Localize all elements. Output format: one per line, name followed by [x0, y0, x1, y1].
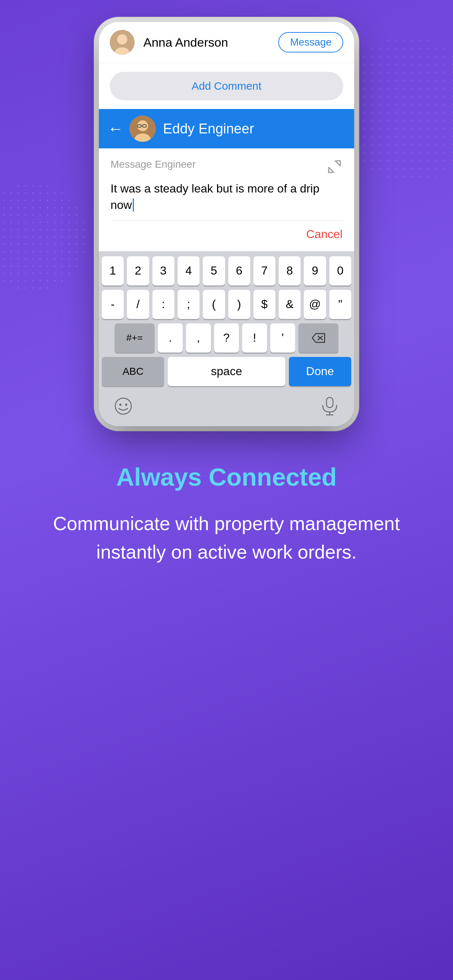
delete-key[interactable]	[298, 323, 338, 353]
key-open-paren[interactable]: (	[203, 290, 225, 319]
key-exclaim[interactable]: !	[242, 323, 267, 353]
compose-actions: Cancel	[110, 228, 343, 241]
key-semicolon[interactable]: ;	[178, 290, 199, 319]
key-6[interactable]: 6	[228, 256, 250, 285]
svg-point-14	[119, 404, 121, 406]
key-7[interactable]: 7	[254, 256, 275, 285]
key-at[interactable]: @	[304, 290, 326, 319]
engineer-name: Eddy Engineer	[163, 121, 254, 137]
keyboard-bottom-row	[102, 390, 351, 426]
cancel-button[interactable]: Cancel	[306, 228, 343, 241]
key-colon[interactable]: :	[152, 290, 174, 319]
key-ampersand[interactable]: &	[279, 290, 301, 319]
key-8[interactable]: 8	[279, 256, 301, 285]
bottom-content: Always Connected Communicate with proper…	[0, 463, 453, 566]
key-period[interactable]: .	[158, 323, 183, 353]
key-close-paren[interactable]: )	[228, 290, 250, 319]
key-apostrophe[interactable]: '	[270, 323, 295, 353]
svg-point-13	[115, 398, 131, 414]
key-9[interactable]: 9	[304, 256, 326, 285]
svg-rect-16	[327, 398, 333, 407]
key-question[interactable]: ?	[214, 323, 239, 353]
key-0[interactable]: 0	[329, 256, 351, 285]
mic-icon[interactable]	[317, 393, 343, 419]
phone-mockup: Anna Anderson Message Add Comment ←	[99, 22, 354, 426]
svg-line-9	[335, 161, 340, 166]
add-comment-row: Add Comment	[99, 63, 354, 109]
expand-icon[interactable]	[327, 159, 343, 175]
message-button[interactable]: Message	[278, 32, 343, 52]
key-quote[interactable]: "	[329, 290, 351, 319]
key-4[interactable]: 4	[178, 256, 199, 285]
contact-avatar	[110, 30, 135, 55]
phone-wrapper: Anna Anderson Message Add Comment ←	[84, 22, 369, 426]
key-dollar[interactable]: $	[254, 290, 275, 319]
compose-top: Message Engineer	[110, 159, 343, 175]
contact-row: Anna Anderson Message	[99, 22, 354, 63]
key-done[interactable]: Done	[289, 357, 351, 386]
key-slash[interactable]: /	[127, 290, 149, 319]
compose-placeholder: Message Engineer	[110, 159, 196, 170]
keyboard-row-symbols: - / : ; ( ) $ & @ "	[102, 290, 351, 319]
key-2[interactable]: 2	[127, 256, 149, 285]
screen-top: Anna Anderson Message Add Comment	[99, 22, 354, 109]
key-1[interactable]: 1	[102, 256, 124, 285]
keyboard-row-numbers: 1 2 3 4 5 6 7 8 9 0	[102, 256, 351, 285]
compose-area: Message Engineer It was a steady leak bu…	[99, 148, 354, 251]
emoji-icon[interactable]	[110, 393, 136, 419]
key-5[interactable]: 5	[203, 256, 225, 285]
description-text: Communicate with property management ins…	[29, 509, 424, 566]
text-cursor	[133, 198, 134, 212]
key-comma[interactable]: ,	[186, 323, 211, 353]
key-3[interactable]: 3	[152, 256, 174, 285]
keyboard-row-bottom: ABC space Done	[102, 357, 351, 386]
contact-name: Anna Anderson	[144, 35, 278, 49]
engineer-avatar	[129, 116, 156, 142]
compose-message-text: It was a steady leak but is more of a dr…	[110, 180, 343, 221]
keyboard-row-special: #+= . , ? ! '	[102, 323, 351, 353]
key-abc[interactable]: ABC	[102, 357, 164, 386]
svg-point-15	[125, 404, 127, 406]
key-dash[interactable]: -	[102, 290, 124, 319]
add-comment-button[interactable]: Add Comment	[110, 72, 343, 100]
svg-point-1	[117, 34, 127, 45]
chat-header: ← Eddy Engineer	[99, 109, 354, 148]
keyboard: 1 2 3 4 5 6 7 8 9 0 - / : ; ( ) $ &	[99, 251, 354, 426]
key-space[interactable]: space	[168, 357, 285, 386]
svg-line-10	[329, 167, 334, 172]
back-arrow-icon[interactable]: ←	[108, 121, 124, 137]
always-connected-headline: Always Connected	[29, 463, 424, 491]
key-hashtag[interactable]: #+=	[115, 323, 155, 353]
